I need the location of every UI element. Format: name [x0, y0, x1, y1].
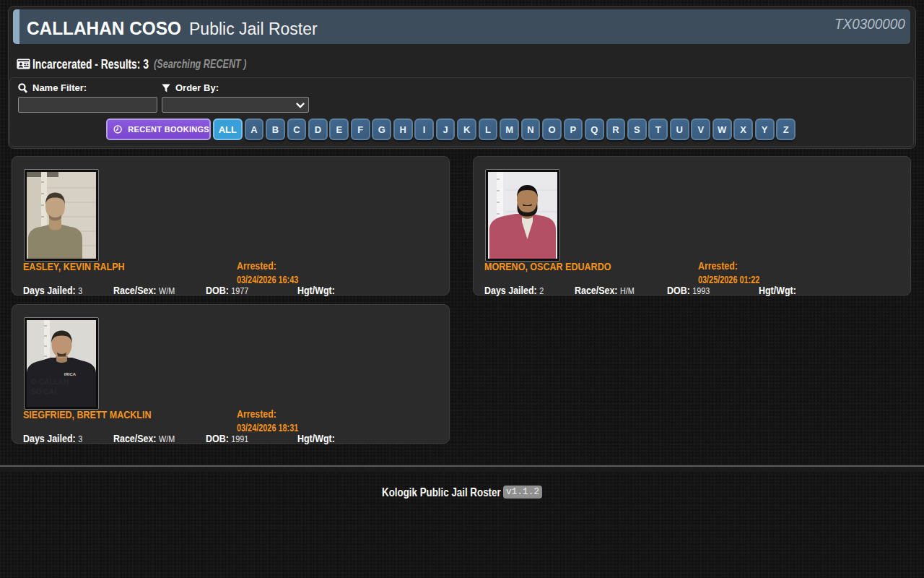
svg-text:IRICA: IRICA — [64, 372, 77, 376]
svg-text:O·CALLAH: O·CALLAH — [31, 378, 69, 386]
svg-text:SO·CAL: SO·CAL — [31, 388, 58, 396]
